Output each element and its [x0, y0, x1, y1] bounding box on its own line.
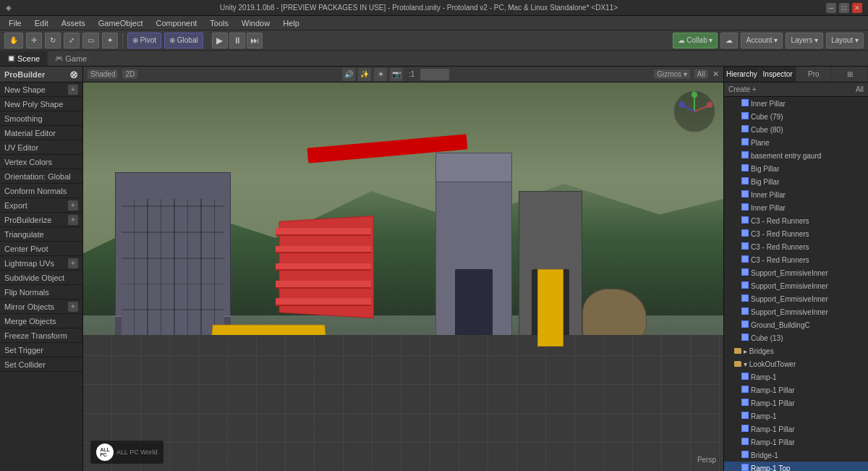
audio-icon[interactable]: 🔊	[342, 68, 355, 81]
hierarchy-item[interactable]: Bridge-1	[724, 449, 868, 462]
pb-item-orientation--global[interactable]: Orientation: Global	[0, 169, 82, 184]
all-dropdown[interactable]: All	[694, 69, 708, 79]
pivot-button[interactable]: ⊕ Pivot	[127, 33, 161, 48]
toolbar-rotate-btn[interactable]: ↻	[45, 33, 61, 48]
menu-item-edit[interactable]: Edit	[29, 17, 54, 29]
hierarchy-item[interactable]: Plane	[724, 136, 868, 149]
pb-item-flip-normals[interactable]: Flip Normals	[0, 285, 82, 300]
shaded-dropdown[interactable]: Shaded	[88, 69, 118, 79]
toolbar-all-btn[interactable]: ✦	[102, 33, 118, 48]
scene-gizmo[interactable]: Y X Z	[673, 90, 716, 133]
tab-expand[interactable]: ⊞	[832, 67, 868, 82]
hierarchy-item[interactable]: Support_EmmisiveInner	[724, 279, 868, 292]
pb-item-triangulate[interactable]: Triangulate	[0, 227, 82, 242]
menu-item-tools[interactable]: Tools	[204, 17, 234, 29]
pb-item-set-trigger[interactable]: Set Trigger	[0, 343, 82, 357]
pb-item-vertex-colors[interactable]: Vertex Colors	[0, 155, 82, 169]
hierarchy-item[interactable]: Ramp-1 Pillar	[724, 423, 868, 436]
tab-pro[interactable]: Pro	[796, 67, 833, 82]
pb-item-set-collider[interactable]: Set Collider	[0, 357, 82, 372]
hierarchy-item[interactable]: C3 - Red Runners	[724, 227, 868, 240]
hierarchy-item[interactable]: C3 - Red Runners	[724, 214, 868, 227]
pb-item-uv-editor[interactable]: UV Editor	[0, 140, 82, 155]
hierarchy-item[interactable]: Big Pillar	[724, 175, 868, 188]
hierarchy-item[interactable]: Ramp-1	[724, 410, 868, 423]
hierarchy-item[interactable]: Inner Pillar	[724, 188, 868, 201]
collab-button[interactable]: ☁ Collab ▾	[673, 33, 718, 48]
hierarchy-item[interactable]: basement entry gaurd	[724, 149, 868, 162]
pb-item-new-shape[interactable]: New Shape+	[0, 82, 82, 97]
hierarchy-item[interactable]: Ramp-1 Pillar	[724, 396, 868, 410]
pb-item-material-editor[interactable]: Material Editor	[0, 126, 82, 140]
effects-icon[interactable]: ✨	[358, 68, 371, 81]
menu-item-assets[interactable]: Assets	[56, 17, 91, 29]
hierarchy-item[interactable]: Big Pillar	[724, 162, 868, 175]
pb-item-lightmap-uvs[interactable]: Lightmap UVs+	[0, 256, 82, 271]
layers-button[interactable]: Layers ▾	[786, 33, 823, 48]
hierarchy-item[interactable]: C3 - Red Runners	[724, 253, 868, 266]
minimize-button[interactable]: ─	[826, 3, 836, 13]
pb-item-new-poly-shape[interactable]: New Poly Shape	[0, 97, 82, 111]
create-label[interactable]: Create +	[728, 85, 757, 93]
probuilder-close-icon[interactable]: ⊗	[69, 69, 78, 80]
menu-item-window[interactable]: Window	[236, 17, 276, 29]
2d-toggle[interactable]: 2D	[122, 69, 137, 79]
gizmos-dropdown[interactable]: Gizmos ▾	[654, 69, 690, 79]
menu-item-gameobject[interactable]: GameObject	[93, 17, 149, 29]
tab-inspector[interactable]: Inspector	[760, 67, 796, 82]
pb-item-smoothing[interactable]: Smoothing	[0, 111, 82, 126]
play-button[interactable]: ▶	[212, 33, 228, 48]
viewport-close-icon[interactable]: ✕	[712, 69, 719, 79]
menu-item-help[interactable]: Help	[277, 17, 305, 29]
pb-item-merge-objects[interactable]: Merge Objects	[0, 314, 82, 328]
tab-scene[interactable]: 🔲 Scene	[0, 51, 48, 66]
pause-button[interactable]: ⏸	[229, 33, 245, 48]
pb-plus-icon[interactable]: +	[68, 215, 78, 225]
tab-game[interactable]: 🎮 Game	[48, 51, 95, 66]
pb-item-conform-normals[interactable]: Conform Normals	[0, 184, 82, 198]
toolbar-scale-btn[interactable]: ⤢	[64, 33, 80, 48]
hierarchy-item[interactable]: Cube (13)	[724, 331, 868, 344]
hierarchy-item[interactable]: Support_EmmisiveInner	[724, 266, 868, 279]
pb-item-mirror-objects[interactable]: Mirror Objects+	[0, 300, 82, 314]
hierarchy-item[interactable]: Ramp-1	[724, 370, 868, 383]
menu-item-file[interactable]: File	[3, 17, 27, 29]
maximize-button[interactable]: □	[839, 3, 849, 13]
viewport-canvas[interactable]: Y X Z Persp ALLPC ALL	[83, 82, 723, 471]
hierarchy-item[interactable]: Ramp-1 Pillar	[724, 383, 868, 396]
hierarchy-item[interactable]: ▸ Bridges	[724, 344, 868, 357]
pb-item-export[interactable]: Export+	[0, 198, 82, 213]
hierarchy-item[interactable]: Support_EmmisiveInner	[724, 305, 868, 318]
pb-plus-icon[interactable]: +	[68, 258, 78, 268]
pb-item-freeze-transform[interactable]: Freeze Transform	[0, 328, 82, 343]
toolbar-rect-btn[interactable]: ▭	[82, 33, 99, 48]
close-button[interactable]: ✕	[852, 3, 862, 13]
hierarchy-item[interactable]: Ground_BuildingC	[724, 318, 868, 331]
all-filter[interactable]: All	[856, 85, 864, 93]
camera-icon[interactable]: 📷	[390, 68, 403, 81]
toolbar-move-btn[interactable]: ✛	[26, 33, 42, 48]
tab-hierarchy[interactable]: Hierarchy	[724, 67, 760, 82]
hierarchy-item[interactable]: Ramp-1 Pillar	[724, 436, 868, 449]
cloud-button[interactable]: ☁	[720, 33, 738, 48]
step-button[interactable]: ⏭	[247, 33, 263, 48]
hierarchy-item[interactable]: Ramp-1 Top	[724, 462, 868, 471]
pb-plus-icon[interactable]: +	[68, 200, 78, 211]
menu-item-component[interactable]: Component	[150, 17, 203, 29]
pb-item-subdivide-object[interactable]: Subdivide Object	[0, 271, 82, 285]
hierarchy-item[interactable]: Support_EmmisiveInner	[724, 292, 868, 305]
hierarchy-item[interactable]: Cube (79)	[724, 110, 868, 123]
account-button[interactable]: Account ▾	[741, 33, 783, 48]
global-button[interactable]: ⊕ Global	[164, 33, 203, 48]
toolbar-hand-btn[interactable]: ✋	[4, 33, 23, 48]
pb-plus-icon[interactable]: +	[68, 85, 78, 95]
pb-plus-icon[interactable]: +	[68, 302, 78, 312]
pb-item-center-pivot[interactable]: Center Pivot	[0, 242, 82, 256]
hierarchy-item[interactable]: ▾ LookOutTower	[724, 357, 868, 370]
hierarchy-item[interactable]: Inner Pillar	[724, 201, 868, 214]
hierarchy-item[interactable]: Cube (80)	[724, 123, 868, 136]
hierarchy-item[interactable]: Inner Pillar	[724, 97, 868, 110]
pb-item-probuilderize[interactable]: ProBuilderize+	[0, 213, 82, 227]
layout-button[interactable]: Layout ▾	[826, 33, 864, 48]
sun-icon[interactable]: ☀	[374, 68, 387, 81]
